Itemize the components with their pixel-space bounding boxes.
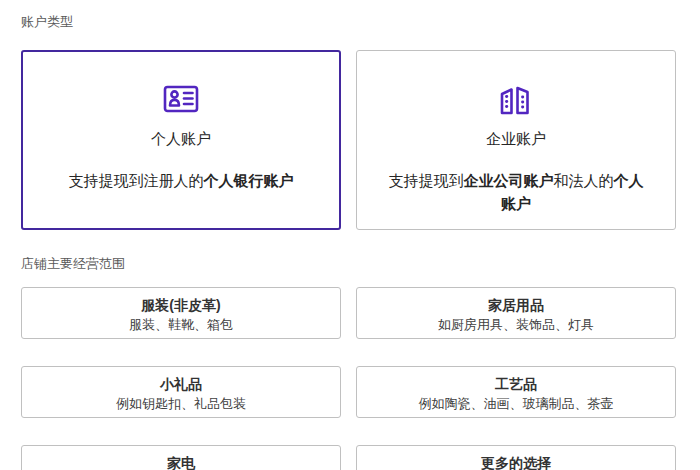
personal-account-description: 支持提现到注册人的个人银行账户 (50, 170, 312, 193)
scope-card-more-choices[interactable]: 更多的选择 (356, 445, 676, 470)
desc-text: 和法人的 (554, 172, 614, 189)
account-setup-page: 账户类型 个人账户 支持提现到注册人的个人银行账户 (0, 0, 676, 470)
scope-card-subtitle: 如厨房用具、装饰品、灯具 (357, 316, 675, 333)
scope-card-household[interactable]: 家居用品 如厨房用具、装饰品、灯具 (356, 287, 676, 339)
scope-card-subtitle: 例如钥匙扣、礼品包装 (22, 395, 340, 412)
desc-text: 支持提现到注册人的 (69, 172, 204, 189)
account-card-enterprise[interactable]: 企业账户 支持提现到企业公司账户和法人的个人账户 (356, 50, 676, 230)
personal-account-title: 个人账户 (23, 130, 339, 149)
scope-card-appliances[interactable]: 家电 (21, 445, 341, 470)
scope-card-title: 工艺品 (357, 375, 675, 393)
desc-text-bold: 个人银行账户 (204, 172, 294, 189)
scope-card-title: 服装(非皮革) (22, 296, 340, 314)
account-type-label: 账户类型 (21, 14, 676, 30)
scope-card-clothing[interactable]: 服装(非皮革) 服装、鞋靴、箱包 (21, 287, 341, 339)
scope-card-subtitle: 服装、鞋靴、箱包 (22, 316, 340, 333)
scope-card-title: 家居用品 (357, 296, 675, 314)
account-card-personal[interactable]: 个人账户 支持提现到注册人的个人银行账户 (21, 50, 341, 230)
id-card-icon (23, 79, 339, 119)
account-type-cards: 个人账户 支持提现到注册人的个人银行账户 企业账户 支持提现到企业公司账户和法人… (21, 50, 676, 230)
scope-card-subtitle: 例如陶瓷、油画、玻璃制品、茶壶 (357, 395, 675, 412)
scope-card-small-gifts[interactable]: 小礼品 例如钥匙扣、礼品包装 (21, 366, 341, 418)
business-scope-label: 店铺主要经营范围 (21, 256, 676, 272)
scope-card-title: 小礼品 (22, 375, 340, 393)
buildings-icon (357, 79, 675, 119)
scope-card-title: 更多的选择 (357, 454, 675, 470)
enterprise-account-description: 支持提现到企业公司账户和法人的个人账户 (385, 170, 647, 215)
desc-text-bold: 企业公司账户 (464, 172, 554, 189)
desc-text: 支持提现到 (389, 172, 464, 189)
business-scope-grid: 服装(非皮革) 服装、鞋靴、箱包 家居用品 如厨房用具、装饰品、灯具 小礼品 例… (21, 287, 676, 470)
scope-card-crafts[interactable]: 工艺品 例如陶瓷、油画、玻璃制品、茶壶 (356, 366, 676, 418)
scope-card-title: 家电 (22, 454, 340, 470)
enterprise-account-title: 企业账户 (357, 130, 675, 149)
